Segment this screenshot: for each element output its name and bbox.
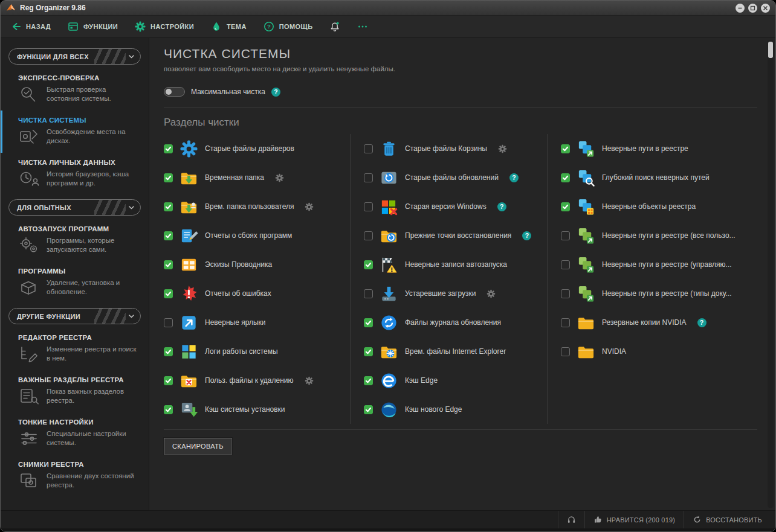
like-button[interactable]: НРАВИТСЯ (200 019) [584,511,684,528]
checkbox[interactable] [164,260,173,269]
nvidia-folder-icon [577,342,595,361]
item-help-icon[interactable]: ? [522,231,531,240]
cleanup-item[interactable]: Старые файлы обновлений? [364,163,547,192]
cleanup-item[interactable]: Неверные пути в реестре (управляю... [561,250,757,279]
cleanup-item[interactable]: Неверные записи автозапуска [364,250,547,279]
minimize-icon[interactable] [736,4,745,13]
item-help-icon[interactable]: ? [697,318,706,327]
checkbox[interactable] [164,376,173,385]
checkbox[interactable] [561,231,570,240]
sidebar-item[interactable]: ЧИСТКА СИСТЕМЫОсвобождение места на диск… [1,111,149,153]
sidebar-item[interactable]: АВТОЗАПУСК ПРОГРАММПрограммы, которые за… [1,219,149,261]
sidebar-item[interactable]: ЧИСТКА ЛИЧНЫХ ДАННЫХИстория браузеров, к… [1,153,149,195]
user-files-delete-icon [179,371,198,390]
item-help-icon[interactable]: ? [509,173,519,182]
cleanup-item[interactable]: Польз. файлы к удалению [164,366,350,395]
cleanup-item[interactable]: Глубокий поиск неверных путей [561,163,757,192]
cleanup-item[interactable]: Старые файлы Корзины [364,134,547,163]
checkbox[interactable] [364,202,373,211]
cleanup-item[interactable]: Неверные ярлыки [164,308,350,337]
checkbox[interactable] [364,260,373,269]
item-settings-gear-icon[interactable] [275,173,284,182]
checkbox[interactable] [364,231,373,240]
checkbox[interactable] [364,144,373,153]
checkbox[interactable] [561,173,570,182]
cleanup-item[interactable]: Резервные копии NVIDIA? [561,308,757,337]
item-settings-gear-icon[interactable] [305,376,314,385]
sidebar-item-title: АВТОЗАПУСК ПРОГРАММ [18,225,144,232]
checkbox[interactable] [164,289,173,298]
toolbar-help-button[interactable]: ? ПОМОЩЬ [264,21,313,32]
cleanup-item[interactable]: Прежние точки восстановления? [364,221,547,250]
checkbox[interactable] [164,347,173,356]
sidebar-item[interactable]: ПРОГРАММЫУдаление, установка и обновлени… [1,261,149,304]
maximize-icon[interactable] [748,4,757,13]
support-button[interactable] [558,511,584,528]
item-help-icon[interactable]: ? [497,202,506,211]
checkbox[interactable] [561,202,570,211]
toolbar-notifications-button[interactable] [329,21,340,32]
cleanup-item[interactable]: Эскизы Проводника [164,250,350,279]
checkbox[interactable] [561,347,570,356]
checkbox[interactable] [561,144,570,153]
cleanup-item[interactable]: Старая версия Windows? [364,192,547,221]
main-content: ЧИСТКА СИСТЕМЫ позволяет вам освободить … [149,38,775,510]
cleanup-item[interactable]: Неверные пути в реестре (все пользо... [561,221,757,250]
scrollbar-thumb[interactable] [768,42,773,58]
cleanup-item[interactable]: Старые файлы драйверов [164,134,350,163]
cleanup-item[interactable]: Устаревшие загрузки [364,279,547,308]
sidebar-item[interactable]: ТОНКИЕ НАСТРОЙКИСпециальные настройки си… [1,412,149,455]
cleanup-item[interactable]: Отчеты о сбоях программ [164,221,350,250]
checkbox[interactable] [561,289,570,298]
checkbox[interactable] [364,405,373,414]
toolbar-theme-button[interactable]: ТЕМА [211,21,247,32]
cleanup-item[interactable]: Файлы журнала обновления [364,308,547,337]
cleanup-item[interactable]: Временная папка [164,163,350,192]
checkbox[interactable] [164,202,173,211]
cleanup-item[interactable]: Неверные пути в реестре [561,134,757,163]
cleanup-item[interactable]: Отчеты об ошибках [164,279,350,308]
toolbar-functions-button[interactable]: ФУНКЦИИ [68,21,118,32]
checkbox[interactable] [364,376,373,385]
item-settings-gear-icon[interactable] [498,144,507,153]
cleanup-item[interactable]: Неверные пути в реестре (типы доку... [561,279,757,308]
toolbar-more-button[interactable] [357,21,368,32]
sidebar-item[interactable]: ВАЖНЫЕ РАЗДЕЛЫ РЕЕСТРАПоказ важных разде… [1,370,149,412]
sidebar-item[interactable]: СНИМКИ РЕЕСТРАСравнение двух состояний р… [1,455,149,497]
cleanup-item[interactable]: Кэш системы установки [164,395,350,424]
checkbox[interactable] [164,318,173,327]
checkbox[interactable] [364,289,373,298]
help-badge-icon[interactable]: ? [271,88,280,97]
cleanup-item[interactable]: Логи работы системы [164,337,350,366]
checkbox[interactable] [164,144,173,153]
vertical-scrollbar[interactable] [768,40,774,508]
checkbox[interactable] [164,231,173,240]
sidebar-group-header[interactable]: ДЛЯ ОПЫТНЫХ [8,199,141,216]
cleanup-item[interactable]: Неверные объекты реестра [561,192,757,221]
cleanup-item[interactable]: NVIDIA [561,337,757,366]
checkbox[interactable] [164,173,173,182]
close-icon[interactable] [761,4,770,13]
scan-button[interactable]: СКАНИРОВАТЬ [164,438,232,455]
cleanup-item[interactable]: Кэш Edge [364,366,547,395]
cleanup-item[interactable]: Кэш нового Edge [364,395,547,424]
max-clean-toggle[interactable] [164,87,185,97]
checkbox[interactable] [561,260,570,269]
checkbox[interactable] [561,318,570,327]
checkbox[interactable] [364,173,373,182]
checkbox[interactable] [364,318,373,327]
restore-button[interactable]: ВОССТАНОВИТЬ [684,511,771,528]
sidebar-item[interactable]: ЭКСПРЕСС-ПРОВЕРКАБыстрая проверка состоя… [1,68,149,111]
sidebar-group-header[interactable]: ДРУГИЕ ФУНКЦИИ [8,308,141,324]
sidebar-group-header[interactable]: ФУНКЦИИ ДЛЯ ВСЕХ [8,48,141,65]
toolbar-settings-button[interactable]: НАСТРОЙКИ [135,21,194,32]
item-settings-gear-icon[interactable] [487,289,496,298]
item-settings-gear-icon[interactable] [305,202,314,211]
checkbox[interactable] [364,347,373,356]
checkbox[interactable] [164,405,173,414]
cleanup-item-label: Неверные записи автозапуска [405,260,507,269]
cleanup-item[interactable]: Врем. папка пользователя [164,192,350,221]
cleanup-item[interactable]: Врем. файлы Internet Explorer [364,337,547,366]
toolbar-back-button[interactable]: НАЗАД [10,21,51,32]
sidebar-item[interactable]: РЕДАКТОР РЕЕСТРАИзменение реестра и поис… [1,328,149,370]
